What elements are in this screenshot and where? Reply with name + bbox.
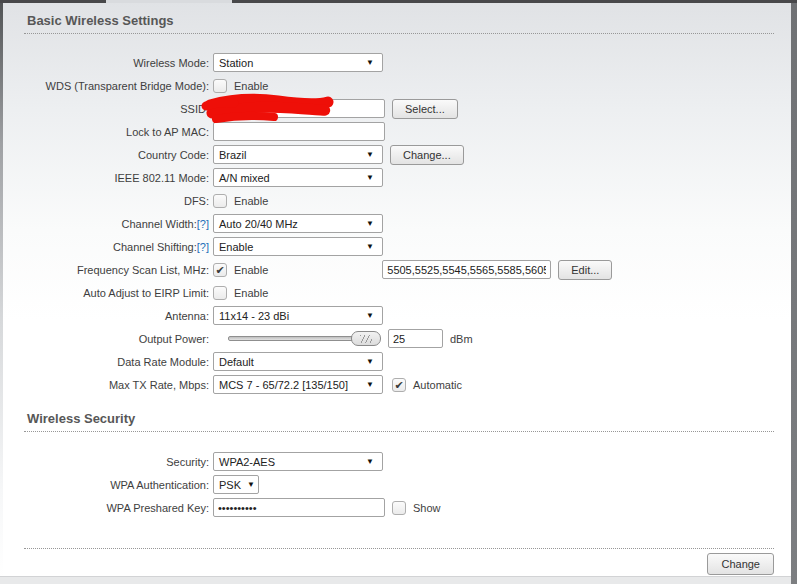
row-country-code: Country Code: Brazil ▼ Change... xyxy=(24,145,774,164)
row-max-tx-rate: Max TX Rate, Mbps: MCS 7 - 65/72.2 [135/… xyxy=(24,375,774,394)
country-code-label: Country Code: xyxy=(24,149,209,161)
chevron-down-icon: ▼ xyxy=(366,357,374,366)
data-rate-select[interactable]: Default ▼ xyxy=(213,352,383,371)
wds-enable-checkbox[interactable] xyxy=(213,79,227,93)
security-select[interactable]: WPA2-AES ▼ xyxy=(213,452,383,471)
wds-enable-label: Enable xyxy=(234,80,268,92)
page-left-edge xyxy=(0,0,3,577)
country-code-select[interactable]: Brazil ▼ xyxy=(213,145,383,164)
row-wpa-key: WPA Preshared Key: Show xyxy=(24,498,774,517)
dfs-label: DFS: xyxy=(24,195,209,207)
lock-ap-mac-input[interactable] xyxy=(213,122,385,141)
row-ssid: SSID: Select... xyxy=(24,99,774,118)
channel-shifting-label-text: Channel Shifting: xyxy=(113,241,197,253)
dbm-unit-label: dBm xyxy=(450,333,473,345)
row-wpa-auth: WPA Authentication: PSK ▼ xyxy=(24,475,774,494)
dfs-enable-checkbox[interactable] xyxy=(213,194,227,208)
channel-shifting-help-link[interactable]: [?] xyxy=(197,241,209,253)
footer-divider xyxy=(24,548,774,549)
ieee-mode-label: IEEE 802.11 Mode: xyxy=(24,172,209,184)
freq-edit-button[interactable]: Edit... xyxy=(558,260,612,280)
wpa-auth-select[interactable]: PSK ▼ xyxy=(213,475,259,494)
antenna-select[interactable]: 11x14 - 23 dBi ▼ xyxy=(213,306,383,325)
ieee-mode-select[interactable]: A/N mixed ▼ xyxy=(213,168,383,187)
country-code-value: Brazil xyxy=(219,149,247,161)
security-label: Security: xyxy=(24,456,209,468)
section-title-security: Wireless Security xyxy=(24,410,774,432)
footer: Change xyxy=(24,553,774,575)
ssid-input[interactable] xyxy=(213,99,385,118)
max-tx-rate-label: Max TX Rate, Mbps: xyxy=(24,379,209,391)
row-wds: WDS (Transparent Bridge Mode): Enable xyxy=(24,76,774,95)
chevron-down-icon: ▼ xyxy=(366,58,374,67)
wpa-auth-label: WPA Authentication: xyxy=(24,479,209,491)
channel-shifting-select[interactable]: Enable ▼ xyxy=(213,237,383,256)
change-button[interactable]: Change xyxy=(707,553,774,575)
output-power-label: Output Power: xyxy=(24,333,209,345)
eirp-label: Auto Adjust to EIRP Limit: xyxy=(24,287,209,299)
max-tx-rate-value: MCS 7 - 65/72.2 [135/150] xyxy=(219,379,348,391)
country-change-button[interactable]: Change... xyxy=(390,145,464,165)
freq-scan-enable-checkbox[interactable] xyxy=(213,263,227,277)
row-data-rate: Data Rate Module: Default ▼ xyxy=(24,352,774,371)
section-title-basic: Basic Wireless Settings xyxy=(24,12,774,34)
row-ieee-mode: IEEE 802.11 Mode: A/N mixed ▼ xyxy=(24,168,774,187)
wireless-mode-label: Wireless Mode: xyxy=(24,57,209,69)
row-dfs: DFS: Enable xyxy=(24,191,774,210)
chevron-down-icon: ▼ xyxy=(366,457,374,466)
data-rate-value: Default xyxy=(219,356,254,368)
window-top-edge xyxy=(0,0,797,3)
antenna-value: 11x14 - 23 dBi xyxy=(219,310,289,322)
row-channel-width: Channel Width:[?] Auto 20/40 MHz ▼ xyxy=(24,214,774,233)
show-checkbox[interactable] xyxy=(392,501,406,515)
wpa-key-input[interactable] xyxy=(213,498,385,517)
show-label: Show xyxy=(413,502,441,514)
slider-track[interactable] xyxy=(228,336,367,341)
wireless-mode-select[interactable]: Station ▼ xyxy=(213,53,383,72)
settings-page: Basic Wireless Settings Wireless Mode: S… xyxy=(3,0,791,577)
wpa-key-label: WPA Preshared Key: xyxy=(24,502,209,514)
freq-scan-input[interactable] xyxy=(382,260,551,279)
freq-scan-label: Frequency Scan List, MHz: xyxy=(24,264,209,276)
channel-width-value: Auto 20/40 MHz xyxy=(219,218,298,230)
output-power-slider[interactable] xyxy=(228,329,381,348)
chevron-down-icon: ▼ xyxy=(366,173,374,182)
eirp-enable-checkbox[interactable] xyxy=(213,286,227,300)
chevron-down-icon: ▼ xyxy=(366,150,374,159)
chevron-down-icon: ▼ xyxy=(366,242,374,251)
data-rate-label: Data Rate Module: xyxy=(24,356,209,368)
slider-handle[interactable] xyxy=(351,331,381,346)
row-antenna: Antenna: 11x14 - 23 dBi ▼ xyxy=(24,306,774,325)
row-output-power: Output Power: dBm xyxy=(24,329,774,348)
ssid-label: SSID: xyxy=(24,103,209,115)
lock-ap-mac-label: Lock to AP MAC: xyxy=(24,126,209,138)
freq-scan-enable-label: Enable xyxy=(234,264,268,276)
channel-width-select[interactable]: Auto 20/40 MHz ▼ xyxy=(213,214,383,233)
max-tx-rate-select[interactable]: MCS 7 - 65/72.2 [135/150] ▼ xyxy=(213,375,383,394)
automatic-checkbox[interactable] xyxy=(392,378,406,392)
ieee-mode-value: A/N mixed xyxy=(219,172,270,184)
output-power-input[interactable] xyxy=(388,329,443,348)
security-value: WPA2-AES xyxy=(219,456,275,468)
window-top-edge-gap xyxy=(106,0,232,3)
antenna-label: Antenna: xyxy=(24,310,209,322)
chevron-down-icon: ▼ xyxy=(366,311,374,320)
wireless-mode-value: Station xyxy=(219,57,253,69)
row-channel-shifting: Channel Shifting:[?] Enable ▼ xyxy=(24,237,774,256)
row-eirp: Auto Adjust to EIRP Limit: Enable xyxy=(24,283,774,302)
page-right-edge xyxy=(791,0,797,584)
channel-width-label: Channel Width:[?] xyxy=(24,218,209,230)
channel-width-help-link[interactable]: [?] xyxy=(197,218,209,230)
channel-shifting-label: Channel Shifting:[?] xyxy=(24,241,209,253)
ssid-select-button[interactable]: Select... xyxy=(392,99,458,119)
row-freq-scan: Frequency Scan List, MHz: Enable Edit... xyxy=(24,260,774,279)
row-security: Security: WPA2-AES ▼ xyxy=(24,452,774,471)
row-wireless-mode: Wireless Mode: Station ▼ xyxy=(24,53,774,72)
dfs-enable-label: Enable xyxy=(234,195,268,207)
chevron-down-icon: ▼ xyxy=(366,219,374,228)
wds-label: WDS (Transparent Bridge Mode): xyxy=(24,80,209,92)
chevron-down-icon: ▼ xyxy=(366,380,374,389)
channel-width-label-text: Channel Width: xyxy=(122,218,197,230)
wpa-auth-value: PSK xyxy=(219,479,241,491)
page-bottom-edge xyxy=(0,576,791,584)
